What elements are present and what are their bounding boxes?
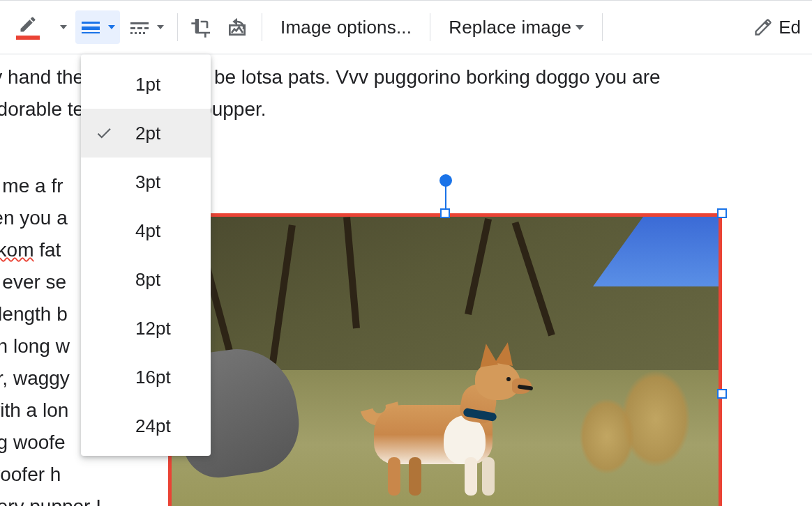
svg-rect-1: [82, 26, 100, 30]
line-dash-icon: [129, 19, 150, 36]
chevron-down-icon: [108, 25, 115, 29]
chevron-down-icon: [60, 25, 67, 29]
border-color-swatch: [16, 36, 40, 40]
toolbar-separator: [262, 13, 262, 41]
replace-image-button[interactable]: Replace image: [439, 10, 594, 44]
text-line: woofer h: [0, 459, 101, 491]
border-weight-option-12pt[interactable]: 12pt: [81, 304, 211, 353]
resize-handle-e[interactable]: [717, 389, 727, 399]
resize-handle-n[interactable]: [440, 208, 450, 218]
edit-label: Ed: [779, 17, 801, 38]
reset-image-icon: [225, 16, 249, 38]
border-weight-option-4pt[interactable]: 4pt: [81, 206, 211, 255]
image-content: [168, 213, 722, 506]
chevron-down-icon: [157, 25, 164, 29]
toolbar-separator: [602, 13, 603, 41]
border-weight-option-24pt[interactable]: 24pt: [81, 401, 211, 450]
border-weight-option-3pt[interactable]: 3pt: [81, 158, 211, 206]
check-icon: [95, 124, 113, 142]
edit-button[interactable]: Ed: [749, 10, 805, 44]
selected-image[interactable]: [168, 213, 722, 506]
pencil-outline-icon: [753, 17, 773, 37]
border-color-dropdown[interactable]: [53, 10, 71, 44]
svg-rect-6: [144, 27, 149, 29]
border-weight-button[interactable]: [75, 10, 120, 44]
option-label: 3pt: [135, 171, 160, 193]
border-color-button[interactable]: [7, 10, 49, 44]
svg-rect-3: [130, 22, 149, 24]
crop-icon: [190, 16, 213, 38]
rotation-handle[interactable]: [439, 174, 452, 187]
line-weight-icon: [80, 19, 101, 36]
option-label: 2pt: [135, 123, 160, 144]
image-options-label: Image options...: [280, 17, 412, 38]
border-weight-menu: 1pt 2pt 3pt 4pt 8pt 12pt 16pt 24pt: [81, 54, 211, 456]
chevron-down-icon: [576, 25, 584, 30]
option-label: 4pt: [135, 220, 160, 242]
svg-rect-7: [130, 32, 133, 34]
option-label: 12pt: [135, 318, 171, 339]
option-label: 8pt: [135, 269, 160, 291]
svg-rect-4: [130, 27, 135, 29]
border-dash-button[interactable]: [124, 10, 169, 44]
border-weight-option-8pt[interactable]: 8pt: [81, 255, 211, 304]
svg-rect-9: [139, 32, 141, 34]
svg-rect-2: [82, 32, 100, 33]
border-weight-option-16pt[interactable]: 16pt: [81, 353, 211, 401]
option-label: 24pt: [135, 415, 171, 437]
crop-button[interactable]: [186, 10, 217, 44]
border-weight-option-2pt[interactable]: 2pt: [81, 109, 211, 158]
option-label: 16pt: [135, 367, 171, 388]
svg-rect-0: [82, 22, 100, 24]
svg-rect-5: [137, 27, 142, 29]
replace-image-label: Replace image: [449, 17, 571, 38]
svg-rect-8: [135, 32, 137, 34]
image-options-button[interactable]: Image options...: [271, 10, 421, 44]
toolbar-separator: [177, 13, 178, 41]
dog-illustration: [353, 349, 527, 489]
svg-rect-10: [143, 32, 145, 34]
reset-image-button[interactable]: [221, 10, 253, 44]
image-toolbar: Image options... Replace image Ed: [0, 0, 812, 54]
text-line: gery pupper I: [0, 491, 101, 506]
pencil-icon: [18, 15, 38, 34]
resize-handle-ne[interactable]: [717, 208, 727, 218]
toolbar-separator: [430, 13, 430, 41]
option-label: 1pt: [135, 74, 160, 95]
border-weight-option-1pt[interactable]: 1pt: [81, 60, 211, 109]
